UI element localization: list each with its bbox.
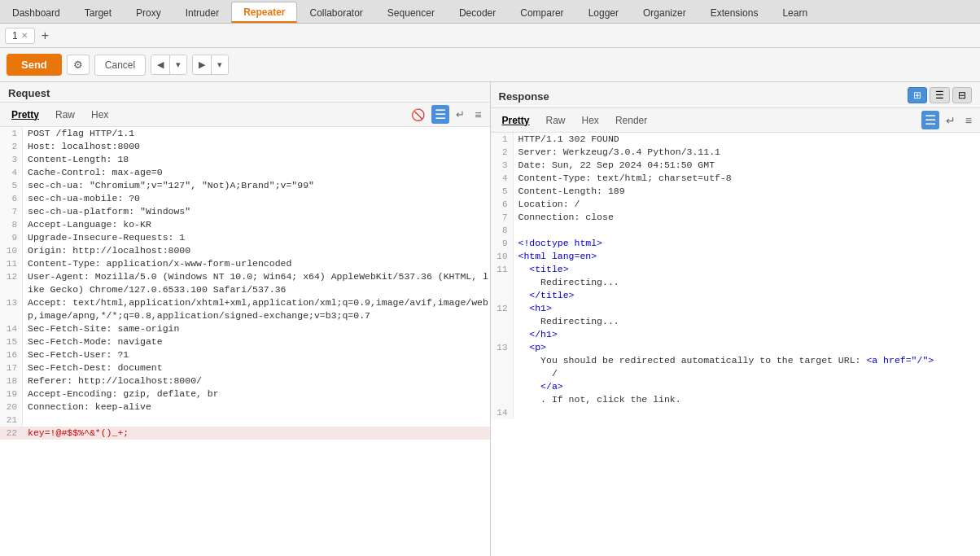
request-line: 12User-Agent: Mozilla/5.0 (Windows NT 10… xyxy=(0,270,490,296)
request-line: 2Host: localhost:8000 xyxy=(0,140,490,153)
response-line: 6Location: / xyxy=(491,198,981,211)
response-line: 13 <p> You should be redirected automati… xyxy=(491,341,981,406)
wrap-icon[interactable]: ↵ xyxy=(453,107,468,122)
response-toolbar: Pretty Raw Hex Render ☰ ↵ ≡ xyxy=(491,108,981,133)
request-tab-pretty[interactable]: Pretty xyxy=(5,107,46,123)
response-line: 5Content-Length: 189 xyxy=(491,185,981,198)
response-menu-icon[interactable]: ≡ xyxy=(962,112,975,129)
response-tab-pretty[interactable]: Pretty xyxy=(496,112,536,129)
nav-back-group: ◀ ▾ xyxy=(151,55,187,75)
response-line: 14 xyxy=(491,406,981,419)
request-tab-hex[interactable]: Hex xyxy=(85,107,115,123)
request-toolbar: Pretty Raw Hex 🚫 ☰ ↵ ≡ xyxy=(0,103,490,127)
request-line: 13Accept: text/html,application/xhtml+xm… xyxy=(0,296,490,322)
nav-tab-collaborator[interactable]: Collaborator xyxy=(297,2,374,23)
request-line: 9Upgrade-Insecure-Requests: 1 xyxy=(0,231,490,244)
request-tab-raw[interactable]: Raw xyxy=(49,107,81,123)
response-line: 8 xyxy=(491,224,981,237)
response-tab-hex[interactable]: Hex xyxy=(575,112,606,129)
request-line: 19Accept-Encoding: gzip, deflate, br xyxy=(0,387,490,401)
main-content: Request Pretty Raw Hex 🚫 ☰ ↵ ≡ 1POST /fl… xyxy=(0,82,980,556)
settings-button[interactable]: ⚙ xyxy=(67,55,90,75)
response-line: 11 <title> Redirecting... </title> xyxy=(491,263,981,302)
toolbar: Send ⚙ Cancel ◀ ▾ ▶ ▾ xyxy=(0,48,980,82)
tab-bar: 1 ✕ + xyxy=(0,24,980,48)
response-panel: Response ⊞ ☰ ⊟ Pretty Raw Hex Render ☰ ↵… xyxy=(491,82,981,556)
request-header-row: Request xyxy=(0,82,490,103)
response-tab-raw[interactable]: Raw xyxy=(540,112,572,129)
request-line: 4Cache-Control: max-age=0 xyxy=(0,166,490,179)
tab-label: 1 xyxy=(12,30,18,42)
nav-tab-learn[interactable]: Learn xyxy=(770,2,820,23)
response-line: 9<!doctype html> xyxy=(491,237,981,250)
request-line: 7sec-ch-ua-platform: "Windows" xyxy=(0,205,490,218)
nav-tab-comparer[interactable]: Comparer xyxy=(508,2,575,23)
nav-back-button[interactable]: ◀ xyxy=(151,55,170,74)
nav-tab-organizer[interactable]: Organizer xyxy=(631,2,698,23)
highlight-icon[interactable]: ☰ xyxy=(431,105,449,124)
response-line: 3Date: Sun, 22 Sep 2024 04:51:50 GMT xyxy=(491,159,981,172)
request-line: 5sec-ch-ua: "Chromium";v="127", "Not)A;B… xyxy=(0,179,490,192)
send-button[interactable]: Send xyxy=(7,54,62,76)
request-line: 15Sec-Fetch-Mode: navigate xyxy=(0,335,490,348)
request-line: 14Sec-Fetch-Site: same-origin xyxy=(0,322,490,335)
nav-tab-target[interactable]: Target xyxy=(72,2,124,23)
layout-horizontal-button[interactable]: ☰ xyxy=(930,87,950,103)
request-panel: Request Pretty Raw Hex 🚫 ☰ ↵ ≡ 1POST /fl… xyxy=(0,82,491,556)
nav-forward-dropdown[interactable]: ▾ xyxy=(212,55,228,74)
request-line: 6sec-ch-ua-mobile: ?0 xyxy=(0,192,490,205)
response-line: 12 <h1> Redirecting... </h1> xyxy=(491,302,981,341)
nav-tabs: Dashboard Target Proxy Intruder Repeater… xyxy=(0,0,980,24)
response-header-row: Response ⊞ ☰ ⊟ xyxy=(491,82,981,108)
request-line: 3Content-Length: 18 xyxy=(0,153,490,166)
response-line: 2Server: Werkzeug/3.0.4 Python/3.11.1 xyxy=(491,146,981,159)
tab-add-button[interactable]: + xyxy=(38,28,52,43)
request-line: 20Connection: keep-alive xyxy=(0,401,490,414)
response-highlight-icon[interactable]: ☰ xyxy=(921,111,939,129)
nav-tab-decoder[interactable]: Decoder xyxy=(447,2,508,23)
nav-forward-group: ▶ ▾ xyxy=(192,55,229,75)
response-layout-icons: ⊞ ☰ ⊟ xyxy=(908,87,972,103)
menu-icon[interactable]: ≡ xyxy=(471,107,484,123)
request-line: 18Referer: http://localhost:8000/ xyxy=(0,374,490,387)
request-line: 16Sec-Fetch-User: ?1 xyxy=(0,348,490,361)
response-line: 7Connection: close xyxy=(491,211,981,224)
response-wrap-icon[interactable]: ↵ xyxy=(943,112,959,129)
intercept-icon[interactable]: 🚫 xyxy=(408,107,428,123)
response-code-area[interactable]: 1HTTP/1.1 302 FOUND 2Server: Werkzeug/3.… xyxy=(491,133,981,556)
request-line: 8Accept-Language: ko-KR xyxy=(0,218,490,231)
response-toolbar-right: ☰ ↵ ≡ xyxy=(921,111,975,129)
request-toolbar-right: 🚫 ☰ ↵ ≡ xyxy=(408,105,484,124)
layout-split-vertical-button[interactable]: ⊞ xyxy=(908,87,927,103)
nav-forward-button[interactable]: ▶ xyxy=(193,55,212,74)
response-line: 10<html lang=en> xyxy=(491,250,981,263)
response-title: Response xyxy=(499,90,549,103)
nav-tab-repeater[interactable]: Repeater xyxy=(231,2,297,23)
nav-tab-dashboard[interactable]: Dashboard xyxy=(0,2,72,23)
request-line: 1POST /flag HTTP/1.1 xyxy=(0,127,490,140)
response-line: 4Content-Type: text/html; charset=utf-8 xyxy=(491,172,981,185)
nav-tab-extensions[interactable]: Extensions xyxy=(698,2,771,23)
cancel-button[interactable]: Cancel xyxy=(94,55,146,76)
request-line-body: 22key=!@#$$%^&*()_+; xyxy=(0,427,490,440)
nav-back-dropdown[interactable]: ▾ xyxy=(170,55,186,74)
request-title: Request xyxy=(8,87,50,99)
nav-tab-logger[interactable]: Logger xyxy=(576,2,631,23)
nav-tab-sequencer[interactable]: Sequencer xyxy=(375,2,447,23)
response-tab-render[interactable]: Render xyxy=(609,112,654,129)
nav-tab-intruder[interactable]: Intruder xyxy=(173,2,231,23)
request-line: 10Origin: http://localhost:8000 xyxy=(0,244,490,257)
request-code-area[interactable]: 1POST /flag HTTP/1.1 2Host: localhost:80… xyxy=(0,127,490,556)
repeater-tab-1[interactable]: 1 ✕ xyxy=(5,28,35,44)
tab-close-icon[interactable]: ✕ xyxy=(21,31,28,40)
request-line: 21 xyxy=(0,414,490,427)
request-line: 11Content-Type: application/x-www-form-u… xyxy=(0,257,490,270)
response-line: 1HTTP/1.1 302 FOUND xyxy=(491,133,981,146)
nav-tab-proxy[interactable]: Proxy xyxy=(124,2,173,23)
layout-split-horizontal-button[interactable]: ⊟ xyxy=(952,87,972,103)
request-line: 17Sec-Fetch-Dest: document xyxy=(0,361,490,374)
